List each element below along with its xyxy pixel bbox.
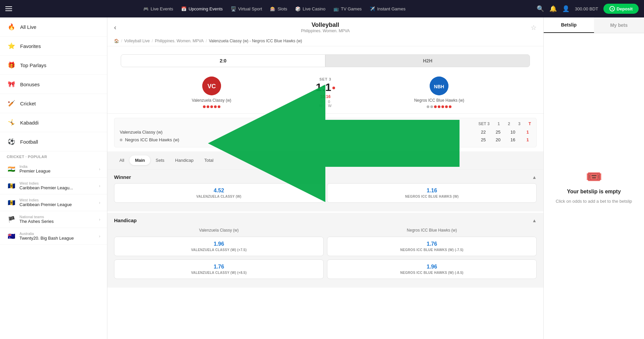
nav-right: 🔍 🔔 👤 300.00 BDT + Deposit — [537, 4, 639, 14]
sidebar-item-top-parlays[interactable]: 🎁 Top Parlays — [0, 56, 107, 75]
sidebar-league-wi-cpl-short[interactable]: 🇧🇧 West Indies Caribbean Premier Leagu..… — [0, 178, 107, 194]
nav-slots[interactable]: 🎰 Slots — [270, 6, 287, 11]
chevron-right-icon-5: › — [99, 234, 100, 239]
team2-logo: NBH — [430, 77, 448, 95]
breadcrumb: 🏠 / Volleyball Live / Philippines. Women… — [114, 36, 537, 46]
main-layout: 🔥 All Live ⭐ Favorites 🎁 Top Parlays 🎀 B… — [0, 17, 644, 339]
score-tabs-wrapper: 2:0 H2H — [107, 46, 543, 67]
breadcrumb-league[interactable]: Philippines. Women. MPVA — [155, 39, 204, 43]
nav-live-events[interactable]: 🎮 Live Events — [143, 6, 173, 11]
india-flag: 🇮🇳 — [7, 166, 16, 173]
sidebar-item-football[interactable]: ⚽ Football — [0, 132, 107, 151]
live-indicator — [332, 87, 335, 89]
odds-neg-h2[interactable]: 1.96 NEGROS ICC BLUE HAWKS (W) (-8.5) — [327, 259, 537, 279]
score-main: VC Valenzuela Classy (w) — [114, 77, 537, 108]
sidebar-item-all-live[interactable]: 🔥 All Live — [0, 17, 107, 37]
chevron-right-icon-2: › — [99, 184, 100, 188]
nav-virtual-sport[interactable]: 🖥️ Virtual Sport — [231, 6, 262, 11]
bonuses-icon: 🎀 — [7, 80, 16, 89]
winner-collapse-icon[interactable]: ▲ — [532, 175, 537, 180]
page-title-row: ‹ Volleyball Philippines. Women. MPVA ☆ — [114, 21, 537, 36]
score-tab-20[interactable]: 2:0 — [121, 54, 325, 67]
sidebar-league-ashes[interactable]: 🏴 National teams The Ashes Series › — [0, 211, 107, 228]
sidebar-item-cricket[interactable]: 🏏 Cricket — [0, 94, 107, 113]
upcoming-events-icon: 📅 — [181, 6, 186, 11]
instant-games-icon: ✈️ — [370, 6, 375, 11]
deposit-button[interactable]: + Deposit — [603, 4, 639, 14]
set-details-table: SET 3 1 2 3 T Valenzuela Classy (w) 22 2… — [114, 118, 537, 147]
handicap-team-labels: Valenzuela Classy (w) Negros ICC Blue Ha… — [114, 227, 537, 234]
main-area: ‹ Volleyball Philippines. Women. MPVA ☆ … — [107, 17, 543, 339]
australia-flag: 🇦🇺 — [7, 233, 16, 240]
westindies-flag-1: 🇧🇧 — [7, 183, 16, 189]
svg-text:NBH: NBH — [434, 84, 444, 89]
odds-neg-h1[interactable]: 1.76 NEGROS ICC BLUE HAWKS (W) (-7.5) — [327, 237, 537, 256]
favorite-star-button[interactable]: ☆ — [531, 23, 537, 32]
football-icon: ⚽ — [7, 137, 16, 146]
bet-tab-handicap[interactable]: Handicap — [170, 155, 199, 165]
page-header: ‹ Volleyball Philippines. Women. MPVA ☆ … — [107, 17, 543, 46]
match-title: Volleyball Philippines. Women. MPVA — [301, 21, 350, 33]
bet-tab-main[interactable]: Main — [129, 155, 150, 165]
score-center: SET 3 1:1 10:16 0 0 W W — [309, 77, 341, 108]
betslip-tabs: Betslip My bets — [544, 17, 644, 33]
handicap-row-1: 1.96 VALENZUELA CLASSY (W) (+7.5) 1.76 N… — [114, 237, 537, 256]
betslip-tab-betslip[interactable]: Betslip — [544, 17, 594, 33]
odds-valenzuela-winner[interactable]: 4.52 VALENZUELA CLASSY (W) — [114, 183, 324, 203]
winner-section: Winner ▲ 4.52 VALENZUELA CLASSY (W) 1.16… — [107, 170, 543, 211]
national-flag: 🏴 — [7, 216, 16, 223]
main-scroll: ‹ Volleyball Philippines. Women. MPVA ☆ … — [107, 17, 543, 339]
team2-dots — [427, 105, 451, 108]
sidebar-league-bbl[interactable]: 🇦🇺 Australia Twenty20. Big Bash League › — [0, 228, 107, 245]
bet-tab-all[interactable]: All — [114, 155, 129, 165]
odds-val-h2[interactable]: 1.76 VALENZUELA CLASSY (W) (+8.5) — [114, 259, 324, 279]
breadcrumb-volleyball-live[interactable]: Volleyball Live — [124, 39, 150, 43]
sidebar-item-favorites[interactable]: ⭐ Favorites — [0, 37, 107, 56]
hamburger-menu[interactable] — [5, 6, 12, 11]
betslip-tab-mybets[interactable]: My bets — [594, 17, 644, 33]
chevron-right-icon-4: › — [99, 217, 100, 222]
nav-live-casino[interactable]: 🎲 Live Casino — [295, 6, 325, 11]
top-navigation: 🎮 Live Events 📅 Upcoming Events 🖥️ Virtu… — [0, 0, 644, 17]
back-button[interactable]: ‹ — [114, 23, 116, 31]
sidebar: 🔥 All Live ⭐ Favorites 🎁 Top Parlays 🎀 B… — [0, 17, 107, 339]
breadcrumb-current-match: Valenzuela Classy (w) - Negros ICC Blue … — [209, 39, 302, 43]
nav-upcoming-events[interactable]: 📅 Upcoming Events — [181, 6, 223, 11]
account-icon[interactable]: 👤 — [562, 5, 570, 12]
match-score-section: VC Valenzuela Classy (w) — [107, 71, 543, 114]
handicap-collapse-icon[interactable]: ▲ — [532, 218, 537, 223]
tv-games-icon: 📺 — [333, 6, 339, 11]
odds-negros-winner[interactable]: 1.16 NEGROS ICC BLUE HAWKS (W) — [327, 183, 537, 203]
sidebar-item-bonuses[interactable]: 🎀 Bonuses — [0, 75, 107, 94]
sidebar-item-kabaddi[interactable]: 🤸 Kabaddi — [0, 113, 107, 132]
breadcrumb-home[interactable]: 🏠 — [114, 39, 119, 43]
star-icon: ⭐ — [7, 41, 16, 51]
virtual-sport-icon: 🖥️ — [231, 6, 236, 11]
cricket-icon: 🏏 — [7, 99, 16, 108]
odds-val-h1[interactable]: 1.96 VALENZUELA CLASSY (W) (+7.5) — [114, 237, 324, 256]
betslip-panel: Betslip My bets 🎟️ Your betslip is empty… — [543, 17, 644, 339]
bet-tab-total[interactable]: Total — [199, 155, 219, 165]
set-row-team2: Negros ICC Blue Hawks (w) 25 20 16 1 — [120, 136, 531, 144]
bet-tab-sets[interactable]: Sets — [150, 155, 170, 165]
slots-icon: 🎰 — [270, 6, 275, 11]
nav-tv-games[interactable]: 📺 TV Games — [333, 6, 362, 11]
search-icon[interactable]: 🔍 — [537, 5, 544, 12]
sidebar-section-cricket-popular: CRICKET · POPULAR — [0, 151, 107, 161]
sidebar-league-india-premier[interactable]: 🇮🇳 India Premier League › — [0, 161, 107, 178]
balance-display: 300.00 BDT — [575, 6, 598, 11]
live-casino-icon: 🎲 — [295, 6, 301, 11]
nav-instant-games[interactable]: ✈️ Instant Games — [370, 6, 406, 11]
winner-odds-grid: 4.52 VALENZUELA CLASSY (W) 1.16 NEGROS I… — [114, 183, 537, 203]
handicap-row-2: 1.76 VALENZUELA CLASSY (W) (+8.5) 1.96 N… — [114, 259, 537, 279]
sidebar-league-wi-cpl[interactable]: 🇧🇧 West Indies Caribbean Premier League … — [0, 194, 107, 211]
chevron-right-icon-3: › — [99, 200, 100, 205]
nav-items: 🎮 Live Events 📅 Upcoming Events 🖥️ Virtu… — [21, 6, 527, 11]
live-score: 1:1 — [316, 81, 335, 94]
score-tab-h2h[interactable]: H2H — [325, 54, 530, 67]
deposit-plus-icon: + — [609, 6, 615, 11]
notification-icon[interactable]: 🔔 — [549, 5, 557, 12]
live-events-icon: 🎮 — [143, 6, 149, 11]
svg-text:VC: VC — [207, 83, 216, 90]
fire-icon: 🔥 — [7, 22, 16, 32]
